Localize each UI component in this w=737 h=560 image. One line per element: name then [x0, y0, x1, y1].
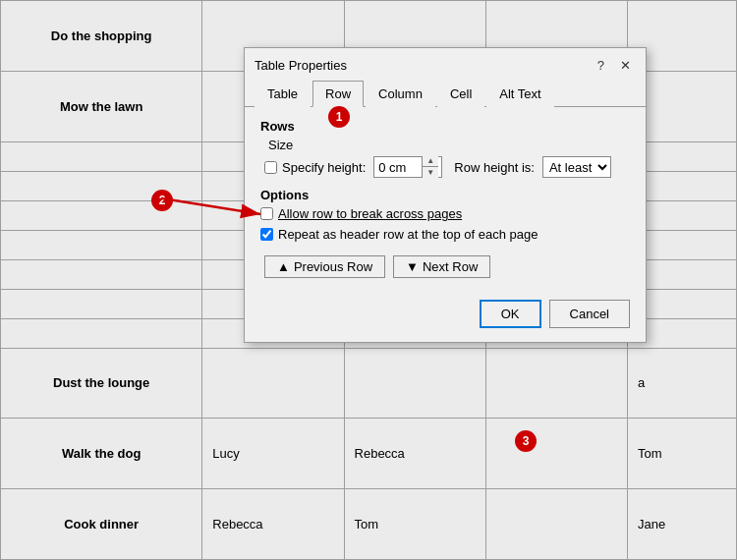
specify-height-text: Specify height: [282, 160, 366, 175]
spinner-up[interactable]: ▲ [423, 156, 438, 167]
ok-button[interactable]: OK [480, 300, 541, 328]
allow-break-row: Allow row to break across pages [260, 206, 630, 221]
row-height-select[interactable]: At least Exactly [542, 156, 611, 178]
tab-bar: Table Row Column Cell Alt Text [245, 81, 646, 107]
tab-row[interactable]: Row [312, 81, 364, 107]
prev-arrow-icon: ▲ [277, 259, 290, 274]
options-section: Options Allow row to break across pages … [260, 188, 630, 242]
next-row-button[interactable]: ▼ Next Row [393, 255, 490, 278]
next-row-label: Next Row [423, 259, 478, 274]
repeat-header-label: Repeat as header row at the top of each … [278, 227, 539, 242]
height-spinner: ▲ ▼ [422, 156, 438, 178]
dialog-titlebar: Table Properties ? ✕ [245, 48, 646, 81]
specify-height-label[interactable]: Specify height: [264, 160, 366, 175]
dialog-title: Table Properties [255, 58, 347, 73]
specify-height-checkbox[interactable] [264, 161, 277, 174]
next-arrow-icon: ▼ [406, 259, 419, 274]
size-row: Specify height: ▲ ▼ Row height is: At le… [264, 156, 630, 178]
tab-alt-text[interactable]: Alt Text [486, 81, 553, 107]
annotation-badge-2: 2 [151, 190, 173, 211]
repeat-header-checkbox[interactable] [260, 228, 273, 241]
spinner-down[interactable]: ▼ [423, 167, 438, 178]
height-input-field[interactable]: ▲ ▼ [373, 156, 442, 178]
nav-buttons: ▲ Previous Row ▼ Next Row [264, 255, 630, 278]
rows-group: Rows Size Specify height: ▲ ▼ Row height… [260, 119, 630, 178]
tab-column[interactable]: Column [366, 81, 435, 107]
help-button[interactable]: ? [593, 56, 609, 75]
allow-break-label: Allow row to break across pages [278, 206, 462, 221]
size-label: Size [268, 138, 630, 152]
options-title: Options [260, 188, 630, 202]
previous-row-button[interactable]: ▲ Previous Row [264, 255, 385, 278]
annotation-badge-3: 3 [515, 430, 537, 452]
annotation-badge-1: 1 [328, 106, 350, 128]
tab-cell[interactable]: Cell [437, 81, 484, 107]
table-properties-dialog: Table Properties ? ✕ Table Row Column Ce… [244, 47, 647, 343]
row-height-is-label: Row height is: [454, 160, 535, 175]
dialog-footer: OK Cancel [245, 290, 646, 342]
cancel-button[interactable]: Cancel [549, 300, 630, 328]
repeat-header-row: Repeat as header row at the top of each … [260, 227, 630, 242]
tab-table[interactable]: Table [255, 81, 311, 107]
close-button[interactable]: ✕ [615, 56, 636, 75]
prev-row-label: Previous Row [294, 259, 372, 274]
rows-section-title: Rows [260, 119, 630, 134]
titlebar-buttons: ? ✕ [593, 56, 636, 75]
height-value-input[interactable] [374, 160, 422, 175]
dialog-content: Rows Size Specify height: ▲ ▼ Row height… [245, 107, 646, 290]
allow-break-checkbox[interactable] [260, 207, 273, 220]
